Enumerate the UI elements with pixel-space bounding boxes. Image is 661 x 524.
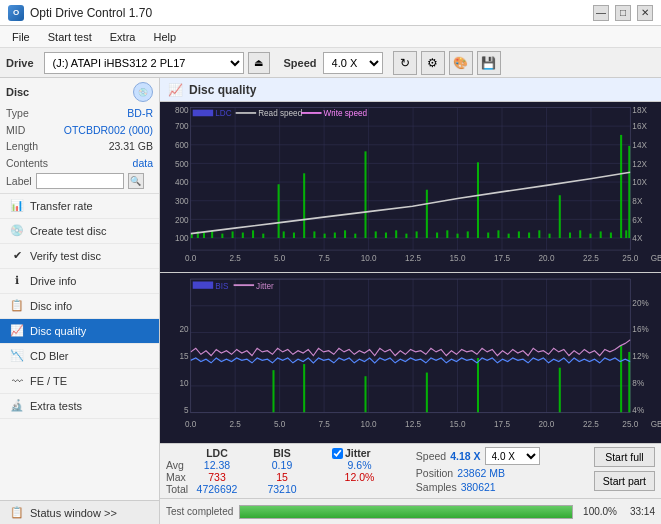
svg-text:600: 600: [175, 140, 189, 150]
svg-text:15.0: 15.0: [450, 253, 466, 263]
samples-label: Samples: [416, 481, 457, 493]
save-button[interactable]: 💾: [477, 51, 501, 75]
chart-1-svg: 100 200 300 400 500 600 700 800 4X 6X 8X…: [160, 102, 661, 272]
position-label: Position: [416, 467, 453, 479]
svg-rect-44: [426, 190, 428, 238]
verify-test-disc-icon: ✔: [10, 249, 24, 263]
svg-text:BIS: BIS: [215, 280, 228, 291]
start-full-button[interactable]: Start full: [594, 447, 655, 467]
status-text: Test completed: [166, 506, 233, 517]
minimize-button[interactable]: —: [593, 5, 609, 21]
sidebar-item-disc-info-label: Disc info: [30, 300, 72, 312]
svg-text:5.0: 5.0: [274, 419, 285, 430]
menu-file[interactable]: File: [4, 29, 38, 45]
disc-contents-label: Contents: [6, 156, 48, 171]
disc-quality-header: 📈 Disc quality: [160, 78, 661, 102]
svg-text:7.5: 7.5: [318, 419, 329, 430]
svg-rect-61: [600, 231, 602, 238]
col-bis-header: BIS: [252, 447, 312, 459]
svg-rect-32: [303, 173, 305, 238]
sidebar-item-disc-quality-label: Disc quality: [30, 325, 86, 337]
svg-rect-29: [278, 184, 280, 238]
settings-button[interactable]: ⚙: [421, 51, 445, 75]
svg-text:22.5: 22.5: [583, 253, 599, 263]
sidebar-item-transfer-rate[interactable]: 📊 Transfer rate: [0, 194, 159, 219]
drive-select[interactable]: (J:) ATAPI iHBS312 2 PL17: [44, 52, 244, 74]
status-window-icon: 📋: [10, 506, 24, 519]
svg-rect-37: [354, 234, 356, 238]
svg-text:12.5: 12.5: [405, 419, 421, 430]
menu-start-test[interactable]: Start test: [40, 29, 100, 45]
sidebar-item-drive-info[interactable]: ℹ Drive info: [0, 269, 159, 294]
svg-text:17.5: 17.5: [494, 253, 510, 263]
svg-rect-24: [221, 234, 223, 238]
disc-length-row: Length 23.31 GB: [6, 139, 153, 154]
title-bar: O Opti Drive Control 1.70 — □ ✕: [0, 0, 661, 26]
progress-bar: [239, 505, 573, 519]
sidebar-item-verify-test-disc[interactable]: ✔ Verify test disc: [0, 244, 159, 269]
sidebar-item-disc-info[interactable]: 📋 Disc info: [0, 294, 159, 319]
disc-label-text: Label: [6, 175, 32, 187]
svg-text:100: 100: [175, 233, 189, 243]
svg-rect-51: [497, 230, 499, 238]
menu-extra[interactable]: Extra: [102, 29, 144, 45]
svg-text:18X: 18X: [632, 105, 647, 115]
svg-text:15: 15: [180, 351, 189, 362]
status-window-button[interactable]: 📋 Status window >>: [0, 500, 159, 524]
right-panel: 📈 Disc quality: [160, 78, 661, 524]
svg-rect-43: [416, 231, 418, 238]
svg-rect-124: [559, 368, 561, 413]
svg-rect-94: [193, 110, 213, 117]
disc-label-input[interactable]: [36, 173, 124, 189]
disc-mid-value: OTCBDR002 (000): [64, 123, 153, 138]
drive-eject-button[interactable]: ⏏: [248, 52, 270, 74]
svg-text:Read speed: Read speed: [258, 108, 302, 118]
jitter-checkbox[interactable]: [332, 448, 343, 459]
speed-select[interactable]: 4.0 X: [323, 52, 383, 74]
max-jitter: 12.0%: [332, 471, 387, 483]
sidebar-item-create-test-disc[interactable]: 💿 Create test disc: [0, 219, 159, 244]
svg-text:4X: 4X: [632, 233, 642, 243]
svg-text:2.5: 2.5: [229, 419, 240, 430]
svg-text:300: 300: [175, 196, 189, 206]
menu-help[interactable]: Help: [145, 29, 184, 45]
position-value: 23862 MB: [457, 467, 505, 479]
svg-rect-38: [364, 151, 366, 238]
svg-text:7.5: 7.5: [318, 253, 330, 263]
disc-contents-row: Contents data: [6, 156, 153, 171]
speed-row: Speed 4.18 X 4.0 X: [416, 447, 586, 465]
svg-rect-45: [436, 233, 438, 238]
avg-label: Avg: [166, 459, 182, 471]
disc-length-value: 23.31 GB: [109, 139, 153, 154]
sidebar-item-extra-tests[interactable]: 🔬 Extra tests: [0, 394, 159, 419]
refresh-button[interactable]: ↻: [393, 51, 417, 75]
stats-total-row: Total 4726692 73210: [166, 483, 408, 495]
close-button[interactable]: ✕: [637, 5, 653, 21]
disc-label-button[interactable]: 🔍: [128, 173, 144, 189]
svg-rect-48: [467, 231, 469, 238]
sidebar-item-cd-bler[interactable]: 📉 CD Bler: [0, 344, 159, 369]
sidebar-item-drive-info-label: Drive info: [30, 275, 76, 287]
speed-select-stats[interactable]: 4.0 X: [485, 447, 540, 465]
start-part-button[interactable]: Start part: [594, 471, 655, 491]
sidebar-item-fe-te-label: FE / TE: [30, 375, 67, 387]
maximize-button[interactable]: □: [615, 5, 631, 21]
svg-rect-33: [313, 231, 315, 238]
svg-text:12%: 12%: [632, 351, 648, 362]
svg-rect-60: [589, 234, 591, 238]
svg-text:20.0: 20.0: [539, 253, 555, 263]
svg-rect-55: [538, 230, 540, 238]
svg-text:12X: 12X: [632, 158, 647, 168]
theme-button[interactable]: 🎨: [449, 51, 473, 75]
svg-rect-56: [549, 234, 551, 238]
sidebar-item-fe-te[interactable]: 〰 FE / TE: [0, 369, 159, 394]
stats-avg-row: Avg 12.38 0.19 9.6%: [166, 459, 408, 471]
title-bar-left: O Opti Drive Control 1.70: [8, 5, 152, 21]
svg-rect-36: [344, 230, 346, 238]
total-bis: 73210: [252, 483, 312, 495]
sidebar-item-disc-quality[interactable]: 📈 Disc quality: [0, 319, 159, 344]
sidebar-item-extra-tests-label: Extra tests: [30, 400, 82, 412]
svg-rect-59: [579, 230, 581, 238]
stats-max-row: Max 733 15 12.0%: [166, 471, 408, 483]
speed-stat-label: Speed: [416, 450, 446, 462]
